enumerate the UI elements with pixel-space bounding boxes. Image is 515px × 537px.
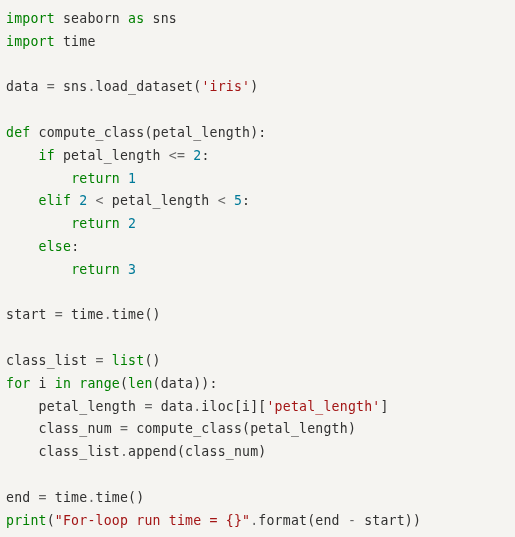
code-token: if	[39, 148, 55, 163]
code-token: time	[63, 307, 104, 322]
code-token: def	[6, 125, 30, 140]
code-token	[55, 34, 63, 49]
code-token: -	[348, 513, 356, 528]
code-token: :	[71, 239, 79, 254]
code-token: .	[87, 79, 95, 94]
code-token: print	[6, 513, 47, 528]
code-token: =	[55, 307, 63, 322]
code-token	[120, 11, 128, 26]
code-token: time()	[112, 307, 161, 322]
code-block: import seaborn as sns import time data =…	[0, 0, 515, 537]
code-token: ]	[380, 399, 388, 414]
code-token: end	[6, 490, 39, 505]
code-token: import	[6, 34, 55, 49]
code-token: list	[112, 353, 145, 368]
code-token	[144, 11, 152, 26]
code-token	[6, 193, 39, 208]
code-token: data	[6, 79, 47, 94]
code-token: 1	[128, 171, 136, 186]
code-token: (data)):	[153, 376, 218, 391]
code-token: time	[63, 34, 96, 49]
code-token: (	[120, 376, 128, 391]
code-token: in	[55, 376, 71, 391]
code-token: return	[71, 171, 120, 186]
code-token	[55, 11, 63, 26]
code-token: ()	[144, 353, 160, 368]
code-token: petal_length	[104, 193, 218, 208]
code-token: 'iris'	[201, 79, 250, 94]
code-token: <	[218, 193, 226, 208]
code-token: len	[128, 376, 152, 391]
code-token: 'petal_length'	[266, 399, 380, 414]
code-token: seaborn	[63, 11, 120, 26]
code-token: elif	[39, 193, 72, 208]
code-token: (petal_length):	[144, 125, 266, 140]
code-token: compute_class(petal_length)	[128, 421, 356, 436]
code-token	[6, 216, 71, 231]
code-token: :	[201, 148, 209, 163]
code-token: "For-loop run time = {}"	[55, 513, 250, 528]
code-token: return	[71, 216, 120, 231]
code-token: (	[47, 513, 55, 528]
code-token: time	[47, 490, 88, 505]
code-token: range	[79, 376, 120, 391]
code-token: for	[6, 376, 30, 391]
code-token: =	[144, 399, 152, 414]
code-token: class_list	[6, 353, 96, 368]
code-token: <=	[169, 148, 185, 163]
code-token: )	[250, 79, 258, 94]
code-token: format(end	[258, 513, 348, 528]
code-token	[30, 125, 38, 140]
code-token: .	[87, 490, 95, 505]
code-token: return	[71, 262, 120, 277]
code-token: start	[6, 307, 55, 322]
code-token: class_list	[6, 444, 120, 459]
code-token: sns	[55, 79, 88, 94]
code-token: sns	[153, 11, 177, 26]
code-token: 5	[234, 193, 242, 208]
code-token: time()	[96, 490, 145, 505]
code-token	[185, 148, 193, 163]
code-token: =	[47, 79, 55, 94]
code-token	[104, 353, 112, 368]
code-token	[120, 216, 128, 231]
code-token: load_dataset(	[96, 79, 202, 94]
code-token: iloc[i][	[201, 399, 266, 414]
code-token: =	[120, 421, 128, 436]
code-token: append(class_num)	[128, 444, 266, 459]
code-token: import	[6, 11, 55, 26]
code-token	[6, 239, 39, 254]
code-token: petal_length	[6, 399, 144, 414]
code-token: <	[96, 193, 104, 208]
code-token	[6, 148, 39, 163]
code-token: petal_length	[55, 148, 169, 163]
code-token: =	[96, 353, 104, 368]
code-token: .	[120, 444, 128, 459]
code-token: data	[153, 399, 194, 414]
code-token	[226, 193, 234, 208]
code-token: as	[128, 11, 144, 26]
code-token: start))	[356, 513, 421, 528]
code-token: compute_class	[39, 125, 145, 140]
code-token	[120, 262, 128, 277]
code-token: :	[242, 193, 250, 208]
code-token: =	[39, 490, 47, 505]
code-token	[87, 193, 95, 208]
code-token: i	[30, 376, 54, 391]
code-token: 2	[128, 216, 136, 231]
code-token	[6, 262, 71, 277]
code-token: 3	[128, 262, 136, 277]
code-token	[120, 171, 128, 186]
code-token: .	[104, 307, 112, 322]
code-token: else	[39, 239, 72, 254]
code-token: class_num	[6, 421, 120, 436]
code-token	[6, 171, 71, 186]
